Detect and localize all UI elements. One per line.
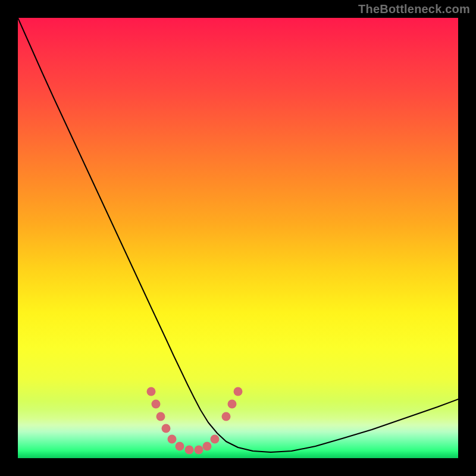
curve-marker xyxy=(162,424,171,433)
curve-layer xyxy=(18,18,458,458)
curve-marker xyxy=(152,400,161,409)
curve-marker xyxy=(147,387,156,396)
chart-stage: TheBottleneck.com xyxy=(0,0,476,476)
plot-area xyxy=(18,18,458,458)
curve-marker xyxy=(222,412,231,421)
curve-marker xyxy=(203,442,212,451)
curve-marker xyxy=(156,412,165,421)
watermark-text: TheBottleneck.com xyxy=(358,2,470,16)
curve-marker xyxy=(168,435,177,444)
curve-marker xyxy=(185,446,194,455)
curve-marker xyxy=(211,435,220,444)
marker-group xyxy=(147,387,243,455)
curve-marker xyxy=(228,400,237,409)
curve-marker xyxy=(234,387,243,396)
curve-marker xyxy=(195,446,203,455)
curve-marker xyxy=(176,442,184,451)
